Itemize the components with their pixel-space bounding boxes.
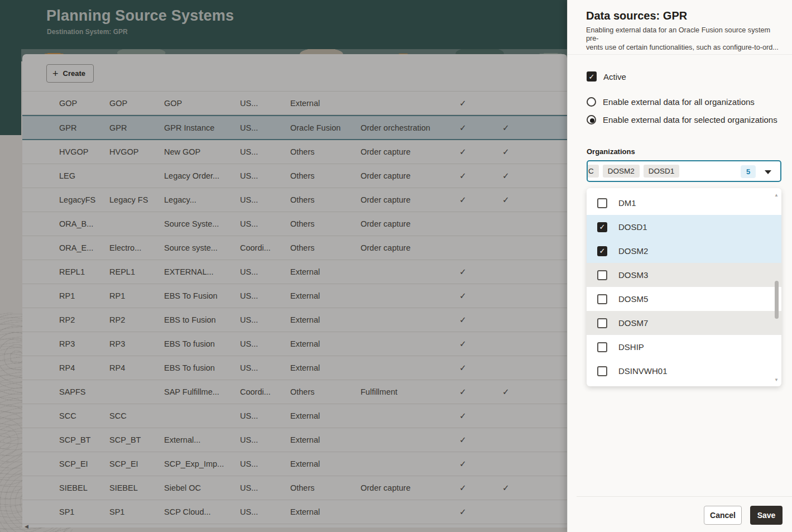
unchecked-checkbox[interactable] bbox=[597, 198, 607, 208]
unchecked-checkbox[interactable] bbox=[597, 270, 607, 280]
table-cell: GPR bbox=[109, 123, 164, 132]
table-cell: External bbox=[290, 339, 361, 348]
main-area: Planning Source Systems Destination Syst… bbox=[0, 0, 567, 532]
table-cell: External bbox=[290, 459, 361, 468]
cancel-button[interactable]: Cancel bbox=[704, 506, 742, 525]
table-cell: RP2 bbox=[59, 315, 109, 324]
table-cell: Legacy Order... bbox=[164, 171, 240, 180]
enabled-check-icon: ✓ bbox=[444, 411, 487, 421]
table-cell: EBS To fusion bbox=[164, 363, 240, 372]
table-cell: GOP bbox=[109, 99, 164, 108]
table-row[interactable]: HVGOPHVGOPNew GOPUS...OthersOrder captur… bbox=[22, 140, 567, 164]
dropdown-option[interactable]: DOSM7 bbox=[587, 311, 781, 335]
table-cell: SCP_BT bbox=[59, 435, 109, 444]
table-cell: HVGOP bbox=[109, 147, 164, 156]
radio-selected-icon[interactable] bbox=[587, 115, 596, 124]
active-label: Active bbox=[603, 72, 626, 82]
table-row[interactable]: SIEBELSIEBELSiebel OCUS...OthersOrder ca… bbox=[22, 476, 567, 500]
table-row[interactable]: SAPFSSAP Fulfillme...Coordi...OthersFulf… bbox=[22, 380, 567, 404]
table-cell: Coordi... bbox=[240, 387, 290, 396]
table-cell: Order orchestration bbox=[361, 123, 444, 132]
organization-tag[interactable]: DOSD1 bbox=[644, 165, 680, 178]
checked-checkbox[interactable]: ✓ bbox=[597, 246, 607, 256]
enabled-check-icon: ✓ bbox=[487, 387, 555, 397]
dropdown-option[interactable]: DOSM5 bbox=[587, 287, 781, 311]
checked-checkbox[interactable]: ✓ bbox=[597, 222, 607, 232]
table-cell: US... bbox=[240, 195, 290, 204]
table-row[interactable]: SCCSCCUS...External✓ bbox=[22, 404, 567, 428]
unchecked-checkbox[interactable] bbox=[597, 318, 607, 328]
scroll-left-icon[interactable]: ◀ bbox=[25, 524, 28, 529]
scroll-down-icon[interactable]: ▼ bbox=[774, 377, 779, 382]
dropdown-option[interactable]: ✓DOSM2 bbox=[587, 239, 781, 263]
table-row[interactable]: RP3RP3EBS To fusionUS...External✓ bbox=[22, 332, 567, 356]
table-row[interactable]: REPL1REPL1EXTERNAL...US...External✓ bbox=[22, 260, 567, 284]
table-row[interactable]: SP1SP1SCP Cloud...US...External✓ bbox=[22, 500, 567, 524]
table-row[interactable]: LegacyFSLegacy FSLegacy...US...OthersOrd… bbox=[22, 188, 567, 212]
table-cell: External bbox=[290, 411, 361, 420]
table-cell: HVGOP bbox=[59, 147, 109, 156]
table-row[interactable]: LEGLegacy Order...US...OthersOrder captu… bbox=[22, 164, 567, 188]
dropdown-scrollbar[interactable]: ▲ ▼ bbox=[773, 193, 780, 382]
enabled-check-icon: ✓ bbox=[487, 147, 555, 157]
table-row[interactable]: GOPGOPGOPUS...External✓ bbox=[22, 91, 567, 115]
dropdown-option[interactable]: ✓DOSD1 bbox=[587, 215, 781, 239]
table-cell: Oracle Fusion bbox=[290, 123, 361, 132]
radio-unselected-icon[interactable] bbox=[587, 97, 596, 107]
table-cell: SCP_Exp_Imp... bbox=[164, 459, 240, 468]
chevron-down-icon[interactable] bbox=[765, 170, 771, 174]
table-row[interactable]: SCP_EISCP_EISCP_Exp_Imp...US...External✓ bbox=[22, 452, 567, 476]
table-row[interactable]: GPRGPRGPR InstanceUS...Oracle FusionOrde… bbox=[22, 115, 567, 140]
table-cell: SP1 bbox=[109, 507, 164, 516]
options-list: DM1✓DOSD1✓DOSM2DOSM3DOSM5DOSM7DSHIPDSINV… bbox=[587, 191, 781, 383]
table-cell: US... bbox=[240, 411, 290, 420]
dropdown-option[interactable]: DOSM3 bbox=[587, 263, 781, 287]
table-cell: US... bbox=[240, 267, 290, 276]
table-cell: US... bbox=[240, 291, 290, 300]
dropdown-option[interactable]: DSHIP bbox=[587, 335, 781, 359]
horizontal-scrollbar[interactable]: ◀ bbox=[22, 524, 567, 529]
dropdown-option[interactable]: DSINVWH01 bbox=[587, 359, 781, 383]
table-cell: US... bbox=[240, 459, 290, 468]
enabled-check-icon: ✓ bbox=[444, 339, 487, 349]
table-cell: Others bbox=[290, 483, 361, 492]
table-row[interactable]: SCP_BTSCP_BTExternal...US...External✓ bbox=[22, 428, 567, 452]
table-cell: External bbox=[290, 435, 361, 444]
scrollbar-thumb[interactable] bbox=[775, 281, 779, 319]
save-button[interactable]: Save bbox=[750, 506, 783, 525]
enabled-check-icon: ✓ bbox=[444, 195, 487, 205]
dropdown-option[interactable]: DM1 bbox=[587, 191, 781, 215]
enabled-check-icon: ✓ bbox=[444, 147, 487, 157]
screen: Planning Source Systems Destination Syst… bbox=[0, 0, 792, 532]
selected-tags: CDOSM2DOSD1 bbox=[592, 165, 679, 178]
table-row[interactable]: RP1RP1EBS To FusionUS...External✓ bbox=[22, 284, 567, 308]
unchecked-checkbox[interactable] bbox=[597, 294, 607, 304]
unchecked-checkbox[interactable] bbox=[597, 342, 607, 352]
table-row[interactable]: ORA_B...Source Syste...US...OthersOrder … bbox=[22, 212, 567, 236]
table-row[interactable]: ORA_E...Electro...Source syste...Coordi.… bbox=[22, 236, 567, 260]
table-cell: EBS To fusion bbox=[164, 339, 240, 348]
radio-selected-organizations[interactable]: Enable external data for selected organi… bbox=[587, 115, 777, 124]
organization-tag[interactable]: C bbox=[587, 165, 599, 178]
table-cell: US... bbox=[240, 123, 290, 132]
active-checkbox[interactable]: ✓ bbox=[587, 71, 597, 82]
table-cell: US... bbox=[240, 219, 290, 228]
organizations-input[interactable]: CDOSM2DOSD1 5 bbox=[587, 160, 781, 182]
table-cell: RP3 bbox=[59, 339, 109, 348]
table-cell: SIEBEL bbox=[109, 483, 164, 492]
table-cell: REPL1 bbox=[109, 267, 164, 276]
table-row[interactable]: RP4RP4EBS To fusionUS...External✓ bbox=[22, 356, 567, 380]
radio-all-label: Enable external data for all organizatio… bbox=[603, 97, 755, 107]
table-cell: GOP bbox=[164, 99, 240, 108]
scroll-up-icon[interactable]: ▲ bbox=[774, 193, 779, 198]
selection-count-badge[interactable]: 5 bbox=[741, 165, 756, 178]
create-button[interactable]: + Create bbox=[46, 64, 94, 83]
organization-tag[interactable]: DOSM2 bbox=[603, 165, 640, 178]
unchecked-checkbox[interactable] bbox=[597, 366, 607, 376]
active-checkbox-row[interactable]: ✓ Active bbox=[587, 71, 626, 82]
radio-all-organizations[interactable]: Enable external data for all organizatio… bbox=[587, 97, 755, 107]
table-cell: Source syste... bbox=[164, 243, 240, 252]
source-systems-card: + Create GOPGOPGOPUS...External✓GPRGPRGP… bbox=[22, 54, 567, 528]
table-row[interactable]: RP2RP2EBS to FusionUS...External✓ bbox=[22, 308, 567, 332]
enabled-check-icon: ✓ bbox=[444, 171, 487, 181]
